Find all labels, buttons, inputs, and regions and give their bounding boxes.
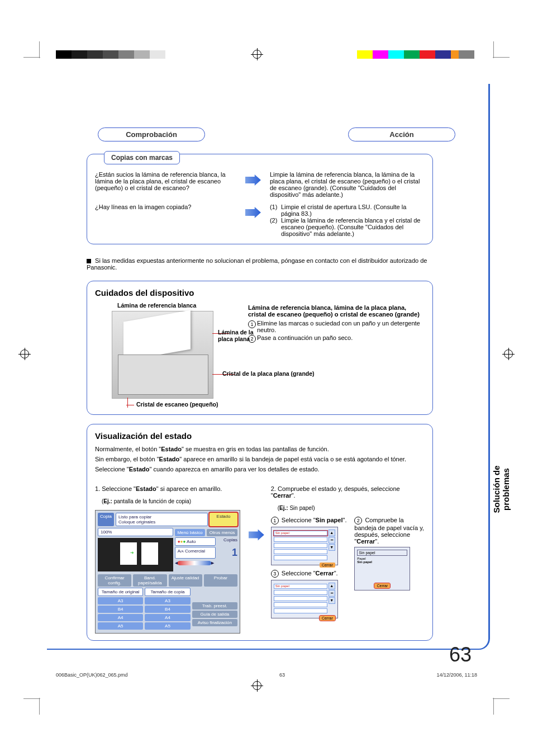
device-photo: [112, 311, 213, 399]
close-button[interactable]: Cerrar: [374, 583, 390, 588]
marks-section-title: Copias con marcas: [104, 151, 180, 164]
close-button[interactable]: Cerrar: [320, 616, 335, 621]
status-step1: 1. Seleccione "Estado" si aparece en ama…: [95, 485, 242, 492]
registration-mark-top: [253, 50, 261, 59]
status-intro1: Normalmente, el botón "Estado" se muestr…: [95, 445, 425, 453]
care-title: Cuidados del dispositivo: [95, 288, 425, 297]
tray-button[interactable]: Band. papel/salida: [133, 574, 166, 587]
orig-size-label: Tamaño de original: [98, 588, 143, 596]
registration-mark-bottom: [253, 681, 261, 690]
status-section: Visualización del estado Normalmente, el…: [87, 424, 433, 641]
page-number: 63: [449, 643, 472, 667]
marks-a2-2: Limpie la lámina de referencia blanca y …: [281, 217, 420, 237]
heading-row: Comprobación Acción: [98, 127, 455, 141]
status-panel-1: Sin papel ▲━▼ Cerrar: [271, 527, 338, 565]
copy-size-label: Tamaño de copia: [145, 588, 190, 596]
size-a4[interactable]: A4: [98, 614, 143, 621]
confirm-button[interactable]: Confirmar config.: [98, 574, 131, 587]
notify-button[interactable]: Aviso finalización: [192, 619, 237, 626]
heading-check: Comprobación: [98, 127, 205, 141]
status-sub1: 1 Seleccione "Sin papel".: [271, 517, 349, 525]
no-paper-row[interactable]: Sin papel: [274, 531, 327, 536]
footer-file: 006Basic_OP(UK)062_065.pmd: [56, 672, 128, 678]
close-button[interactable]: Cerrar: [320, 563, 335, 568]
marks-a1: Limpie la lámina de referencia blanca, l…: [270, 171, 425, 198]
marks-a2-1: Limpie el cristal de apertura LSU. (Cons…: [281, 204, 406, 217]
probe-button[interactable]: Probar: [204, 574, 237, 587]
copy-ready: Listo para copiarColoque originales: [116, 513, 208, 526]
status-step2-ex: (Ej.: Sin papel): [278, 505, 425, 511]
care-section: Cuidados del dispositivo Lámina de refer…: [87, 281, 433, 415]
status-sub2: 2 Compruebe la bandeja de papel vacía y,…: [354, 517, 425, 545]
footer-page: 63: [279, 672, 285, 678]
arrow-icon: [245, 174, 261, 186]
care-label-white: Lámina de referencia blanca: [117, 302, 240, 309]
status-panel-2: Sin papel PapelSin papel Cerrar: [354, 547, 410, 590]
estado-button[interactable]: Estado: [210, 513, 237, 526]
size-b4[interactable]: B4: [98, 606, 143, 613]
heading-action: Acción: [348, 127, 455, 141]
status-title: Visualización del estado: [95, 431, 425, 441]
status-sub3: 3 Seleccione "Cerrar".: [271, 570, 349, 578]
footer-date: 14/12/2006, 11:18: [436, 672, 477, 678]
preset-button[interactable]: Trab. preest.: [192, 602, 237, 609]
copy-screen: Copia Listo para copiarColoque originale…: [95, 510, 240, 634]
status-intro2: Sin embargo, el botón "Estado" aparece e…: [95, 455, 425, 464]
status-panel-3: Sin papel ▲━▼ Cerrar: [271, 580, 338, 618]
output-guide-button[interactable]: Guía de salida: [192, 611, 237, 618]
zoom-label[interactable]: 100%: [98, 528, 173, 536]
copy-tab[interactable]: Copia: [98, 513, 114, 526]
arrow-icon: [249, 530, 264, 541]
arrow-icon: [245, 207, 261, 218]
menu-basic-button[interactable]: Menú básico: [175, 529, 206, 536]
status-step2: 2. Compruebe el estado y, después, selec…: [271, 485, 425, 499]
panel-header: Sin papel: [357, 550, 407, 556]
color-bar-left: [56, 50, 165, 59]
bullet-icon: [87, 259, 91, 263]
registration-mark-right: [504, 349, 513, 358]
side-tab: Solución de problemas: [492, 447, 511, 531]
marks-q2: ¿Hay líneas en la imagen copiada?: [95, 204, 236, 237]
color-bar-right: [357, 50, 474, 59]
status-step1-ex: (Ej.: pantalla de la función de copia): [102, 498, 242, 504]
care-step2: Pase a continuación un paño seco.: [257, 334, 353, 341]
care-step1: Elimine las marcas o suciedad con un pañ…: [257, 320, 420, 333]
care-label-platen-glass: Cristal de la placa plana (grande): [222, 370, 334, 377]
copy-preview: ➜: [98, 538, 173, 571]
care-right-title: Lámina de referencia blanca, lámina de l…: [248, 304, 425, 318]
service-note: Si las medidas expuestas anteriormente n…: [87, 257, 427, 271]
marks-section: Copias con marcas ¿Están sucios la lámin…: [87, 154, 433, 244]
quality-button[interactable]: Ajuste calidad: [169, 574, 202, 587]
other-menus-button[interactable]: Otros menús: [207, 529, 237, 536]
status-intro3: Seleccione "Estado" cuando aparezca en a…: [95, 465, 425, 474]
size-a3[interactable]: A3: [98, 597, 143, 604]
copy-count: 1: [217, 547, 237, 559]
footer: 006Basic_OP(UK)062_065.pmd 63 14/12/2006…: [56, 672, 477, 678]
copias-label: Copias: [217, 537, 237, 546]
care-label-scan-glass: Cristal de escaneo (pequeño): [126, 401, 240, 408]
marks-q1: ¿Están sucios la lámina de referencia bl…: [95, 171, 236, 198]
registration-mark-left: [20, 349, 29, 358]
service-note-row: Si las medidas expuestas anteriormente n…: [87, 257, 427, 271]
size-a5[interactable]: A5: [98, 622, 143, 630]
